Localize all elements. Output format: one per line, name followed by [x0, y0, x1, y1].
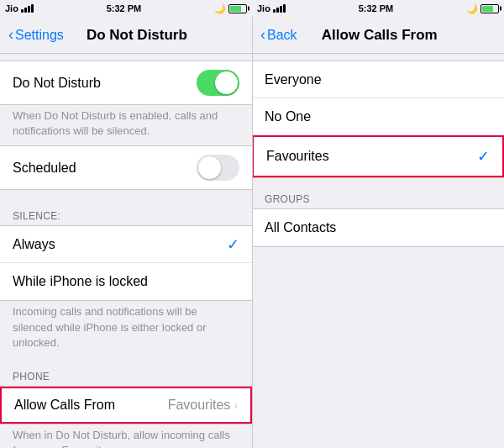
battery-left: [228, 4, 247, 13]
carrier-right: Jio: [257, 3, 270, 13]
allow-calls-label: Allow Calls From: [14, 398, 115, 413]
right-nav-title: Allow Calls From: [297, 27, 462, 44]
everyone-label: Everyone: [265, 72, 322, 87]
left-nav-bar: ‹ Settings Do Not Disturb: [0, 17, 252, 54]
panels-container: ‹ Settings Do Not Disturb Do Not Disturb…: [0, 17, 504, 448]
carrier-left: Jio: [5, 3, 18, 13]
call-options-group: Everyone No One Favourites ✓: [252, 61, 504, 178]
status-bar: Jio 5:32 PM 🌙 Jio 5:32: [0, 0, 504, 17]
bar1: [21, 9, 24, 13]
rbar1: [273, 9, 276, 13]
time-right: 5:32 PM: [359, 3, 394, 13]
option-all-contacts[interactable]: All Contacts: [252, 209, 504, 246]
settings-back-label: Settings: [15, 28, 64, 43]
option-noone[interactable]: No One: [252, 98, 504, 135]
rbar4: [283, 4, 286, 13]
toggle-knob: [215, 71, 238, 94]
status-bar-left: Jio 5:32 PM 🌙: [0, 0, 252, 17]
always-checkmark: ✓: [227, 235, 239, 254]
left-panel: ‹ Settings Do Not Disturb Do Not Disturb…: [0, 17, 252, 448]
right-panel: ‹ Back Allow Calls From Everyone No One …: [252, 17, 504, 448]
battery-fill-right: [482, 6, 494, 12]
always-row[interactable]: Always ✓: [0, 226, 252, 263]
scheduled-label: Scheduled: [13, 161, 76, 176]
right-nav-bar: ‹ Back Allow Calls From: [252, 17, 504, 54]
bar3: [28, 6, 30, 13]
back-chevron-icon: ‹: [8, 26, 13, 44]
allow-calls-description: When in Do Not Disturb, allow incoming c…: [0, 424, 252, 448]
dnd-toggle-row[interactable]: Do Not Disturb: [0, 61, 252, 104]
spacer1: [0, 54, 252, 61]
scheduled-toggle-knob: [198, 156, 221, 179]
battery-right: [480, 4, 499, 13]
rbar2: [276, 8, 279, 13]
favourites-checkmark-icon: ✓: [477, 147, 490, 166]
left-nav-title: Do Not Disturb: [64, 27, 210, 44]
scheduled-group: Scheduled: [0, 145, 252, 190]
dnd-label: Do Not Disturb: [13, 76, 101, 91]
scheduled-toggle[interactable]: [197, 155, 239, 181]
groups-section-header: GROUPS: [252, 187, 504, 208]
signal-bars-left: [21, 4, 34, 13]
status-bar-right: Jio 5:32 PM 🌙: [252, 0, 504, 17]
back-button[interactable]: ‹ Back: [260, 26, 297, 44]
panel-divider: [252, 17, 253, 448]
locked-label: While iPhone is locked: [13, 274, 148, 289]
scheduled-row[interactable]: Scheduled: [0, 146, 252, 189]
bar2: [24, 8, 27, 13]
allow-calls-value-group: Favourites ›: [168, 398, 238, 413]
option-favourites[interactable]: Favourites ✓: [252, 135, 504, 177]
moon-icon-right: 🌙: [466, 3, 478, 14]
settings-back-button[interactable]: ‹ Settings: [8, 26, 64, 44]
option-everyone[interactable]: Everyone: [252, 61, 504, 98]
battery-fill-left: [230, 6, 242, 12]
moon-icon: 🌙: [214, 3, 226, 14]
dnd-toggle[interactable]: [197, 70, 239, 96]
dnd-group: Do Not Disturb: [0, 61, 252, 105]
groups-group: All Contacts: [252, 208, 504, 247]
always-label: Always: [13, 237, 55, 252]
bar4: [31, 4, 34, 13]
right-spacer1: [252, 54, 504, 61]
allow-calls-row[interactable]: Allow Calls From Favourites ›: [0, 387, 252, 424]
all-contacts-label: All Contacts: [265, 220, 336, 235]
allow-calls-chevron-icon: ›: [234, 398, 238, 412]
dnd-description: When Do Not Disturb is enabled, calls an…: [0, 105, 252, 145]
spacer3: [0, 357, 252, 366]
spacer2: [0, 190, 252, 205]
locked-description: Incoming calls and notifications will be…: [0, 301, 252, 357]
back-label: Back: [267, 28, 297, 43]
signal-bars-right: [273, 4, 286, 13]
back-icon: ‹: [260, 26, 265, 44]
time-left: 5:32 PM: [107, 3, 142, 13]
status-icons-left: 🌙: [214, 3, 247, 14]
silence-header: SILENCE:: [0, 205, 252, 225]
locked-row[interactable]: While iPhone is locked: [0, 263, 252, 300]
allow-calls-value: Favourites: [168, 398, 231, 413]
phone-header: PHONE: [0, 366, 252, 386]
right-spacer2: [252, 178, 504, 187]
noone-label: No One: [265, 109, 311, 124]
silence-group: Always ✓ While iPhone is locked: [0, 225, 252, 301]
rbar3: [280, 6, 282, 13]
favourites-label: Favourites: [266, 149, 329, 164]
status-icons-right: 🌙: [466, 3, 499, 14]
phone-group: Allow Calls From Favourites ›: [0, 386, 252, 424]
